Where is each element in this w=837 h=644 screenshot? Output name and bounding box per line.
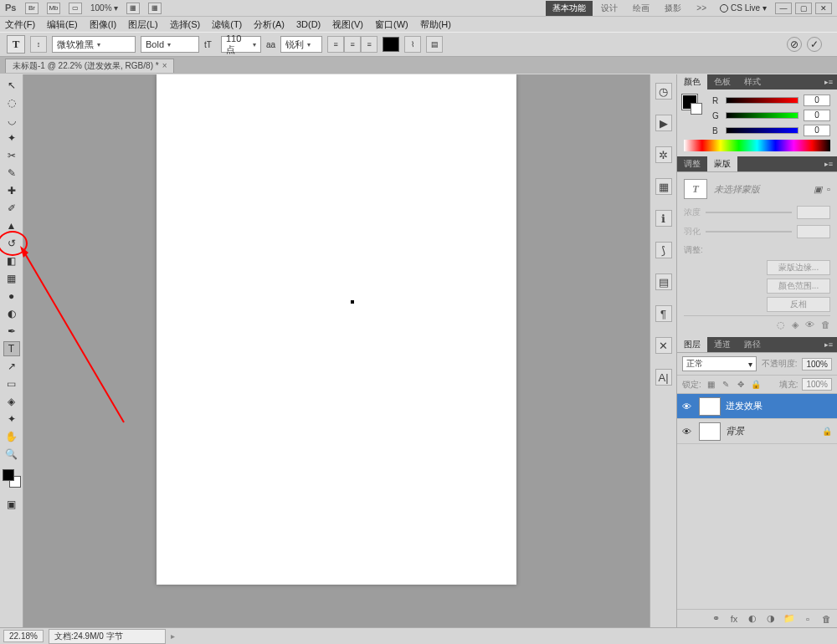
paragraph-panel-icon[interactable]: ¶ <box>655 305 672 322</box>
arrange-icon[interactable]: ▦ <box>126 3 140 14</box>
extras-icon[interactable]: ▦ <box>148 3 162 14</box>
tab-paths[interactable]: 路径 <box>737 337 768 352</box>
g-value[interactable]: 0 <box>804 110 830 121</box>
menu-help[interactable]: 帮助(H) <box>420 18 451 31</box>
r-value[interactable]: 0 <box>804 95 830 106</box>
3d-camera-tool[interactable]: ✦ <box>3 411 20 427</box>
color-panel-swatches[interactable] <box>682 95 697 121</box>
load-selection-icon[interactable]: ◌ <box>777 319 785 330</box>
layer-row[interactable]: 👁 背景 🔒 <box>677 419 837 444</box>
fx-icon[interactable]: fx <box>728 613 740 625</box>
canvas-area[interactable] <box>23 74 650 627</box>
dodge-tool[interactable]: ◐ <box>3 306 20 321</box>
group-icon[interactable]: 📁 <box>783 613 795 625</box>
window-close[interactable]: ✕ <box>815 3 832 14</box>
3d-tool[interactable]: ◈ <box>3 394 20 409</box>
cslive-menu[interactable]: CS Live ▾ <box>715 3 772 13</box>
brush-tool[interactable]: ✐ <box>3 201 20 216</box>
text-color-swatch[interactable] <box>383 37 399 52</box>
minibridge-icon[interactable]: Mb <box>47 3 60 14</box>
tab-channels[interactable]: 通道 <box>707 337 737 352</box>
workspace-design-tab[interactable]: 设计 <box>594 1 624 16</box>
antialias-dropdown[interactable]: 锐利 <box>280 36 322 53</box>
menu-file[interactable]: 文件(F) <box>5 18 35 31</box>
pixel-mask-icon[interactable]: ▣ <box>814 184 822 195</box>
character-panel-icon[interactable]: A| <box>655 369 672 386</box>
vector-mask-icon[interactable]: ▫ <box>827 184 830 195</box>
history-brush-tool[interactable]: ↺ <box>3 236 20 251</box>
layer-row[interactable]: 👁 T 迸发效果 <box>677 394 837 419</box>
disable-mask-icon[interactable]: 👁 <box>805 319 814 330</box>
trash-icon[interactable]: 🗑 <box>821 319 830 330</box>
align-left-button[interactable]: ≡ <box>327 36 344 53</box>
tools-panel-icon[interactable]: ✕ <box>655 337 672 354</box>
brushpresets-icon[interactable]: ⟆ <box>655 242 672 258</box>
workspace-basic-tab[interactable]: 基本功能 <box>546 1 593 16</box>
pen-tool[interactable]: ✒ <box>3 324 20 339</box>
color-spectrum[interactable] <box>684 140 830 151</box>
zoom-dropdown[interactable]: 100% ▾ <box>90 3 118 13</box>
menu-window[interactable]: 窗口(W) <box>375 18 408 31</box>
tab-layers[interactable]: 图层 <box>677 337 707 352</box>
blur-tool[interactable]: ● <box>3 289 20 304</box>
lasso-tool[interactable]: ◡ <box>3 113 20 128</box>
crop-tool[interactable]: ✂ <box>3 148 20 163</box>
status-zoom[interactable]: 22.18% <box>3 630 44 642</box>
lock-transparency-icon[interactable]: ▦ <box>706 379 716 390</box>
visibility-icon[interactable]: 👁 <box>682 401 694 411</box>
align-right-button[interactable]: ≡ <box>361 36 377 53</box>
panel-menu-icon[interactable]: ▸≡ <box>820 340 837 349</box>
tab-adjustments[interactable]: 调整 <box>677 156 707 171</box>
brush-panel-icon[interactable]: ✲ <box>655 146 672 163</box>
tab-color[interactable]: 颜色 <box>677 74 707 89</box>
g-slider[interactable] <box>726 112 798 119</box>
eraser-tool[interactable]: ◧ <box>3 253 20 268</box>
tool-indicator[interactable]: T <box>7 35 25 54</box>
menu-select[interactable]: 选择(S) <box>170 18 201 31</box>
apply-mask-icon[interactable]: ◈ <box>792 319 798 330</box>
document-tab[interactable]: 未标题-1 @ 22.2% (迸发效果, RGB/8) * × <box>5 59 174 73</box>
menu-layer[interactable]: 图层(L) <box>128 18 157 31</box>
orientation-toggle[interactable]: ↕ <box>30 36 47 53</box>
warp-text-button[interactable]: ⌇ <box>404 36 421 53</box>
cancel-button[interactable]: ⊘ <box>787 37 802 52</box>
window-minimize[interactable]: — <box>775 3 792 14</box>
heal-tool[interactable]: ✚ <box>3 183 20 198</box>
layer-thumbnail[interactable]: T <box>699 397 721 416</box>
menu-filter[interactable]: 滤镜(T) <box>212 18 242 31</box>
visibility-icon[interactable]: 👁 <box>682 427 694 437</box>
type-tool[interactable]: T <box>3 341 20 356</box>
menu-image[interactable]: 图像(I) <box>90 18 116 31</box>
character-panel-button[interactable]: ▤ <box>426 36 443 53</box>
align-center-button[interactable]: ≡ <box>344 36 361 53</box>
b-value[interactable]: 0 <box>804 125 830 136</box>
panel-menu-icon[interactable]: ▸≡ <box>820 160 837 168</box>
tab-swatches[interactable]: 色板 <box>707 74 737 89</box>
opacity-value[interactable]: 100% <box>802 358 832 371</box>
fill-value[interactable]: 100% <box>802 378 832 391</box>
stamp-tool[interactable]: ▲ <box>3 218 20 233</box>
move-tool[interactable]: ↖ <box>3 78 20 93</box>
layer-name[interactable]: 背景 <box>726 425 744 437</box>
trash-icon[interactable]: 🗑 <box>820 613 832 625</box>
window-maximize[interactable]: ▢ <box>795 3 812 14</box>
blend-mode-dropdown[interactable]: 正常▾ <box>682 356 757 371</box>
layer-name[interactable]: 迸发效果 <box>726 400 763 412</box>
shape-tool[interactable]: ▭ <box>3 376 20 391</box>
commit-button[interactable]: ✓ <box>807 37 822 52</box>
wand-tool[interactable]: ✦ <box>3 130 20 146</box>
eyedropper-tool[interactable]: ✎ <box>3 166 20 181</box>
document-canvas[interactable] <box>157 74 516 585</box>
path-select-tool[interactable]: ↗ <box>3 359 20 374</box>
menu-view[interactable]: 视图(V) <box>332 18 363 31</box>
lock-position-icon[interactable]: ✥ <box>736 379 747 390</box>
menu-edit[interactable]: 编辑(E) <box>47 18 78 31</box>
menu-analysis[interactable]: 分析(A) <box>254 18 285 31</box>
actions-panel-icon[interactable]: ▶ <box>655 115 672 131</box>
panel-menu-icon[interactable]: ▸≡ <box>820 78 837 86</box>
color-picker[interactable] <box>3 469 21 488</box>
toolpresets-icon[interactable]: ▤ <box>655 273 672 290</box>
status-docsize[interactable]: 文档:24.9M/0 字节 <box>49 629 166 644</box>
quickmask-toggle[interactable]: ▣ <box>3 497 20 512</box>
font-family-dropdown[interactable]: 微软雅黑 <box>52 36 136 53</box>
